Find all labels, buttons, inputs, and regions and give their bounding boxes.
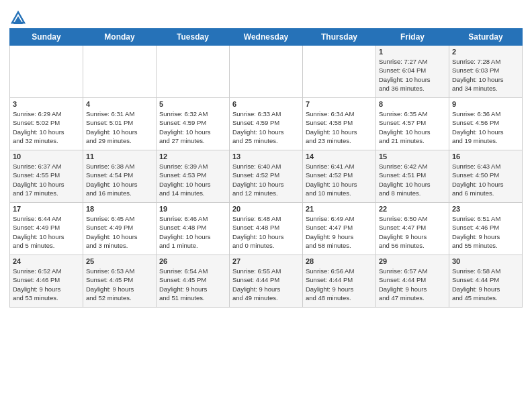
- day-info: Sunrise: 6:56 AM Sunset: 4:44 PM Dayligh…: [306, 267, 373, 302]
- calendar-cell: 19Sunrise: 6:46 AM Sunset: 4:48 PM Dayli…: [157, 203, 230, 255]
- day-info: Sunrise: 6:50 AM Sunset: 4:47 PM Dayligh…: [379, 214, 446, 250]
- day-number: 25: [86, 257, 153, 265]
- day-info: Sunrise: 6:37 AM Sunset: 4:55 PM Dayligh…: [13, 162, 80, 197]
- day-info: Sunrise: 6:51 AM Sunset: 4:46 PM Dayligh…: [452, 214, 519, 250]
- calendar-cell: 5Sunrise: 6:32 AM Sunset: 4:59 PM Daylig…: [157, 98, 230, 150]
- calendar-cell: 26Sunrise: 6:54 AM Sunset: 4:45 PM Dayli…: [157, 255, 230, 308]
- day-number: 9: [452, 100, 519, 108]
- day-info: Sunrise: 6:36 AM Sunset: 4:56 PM Dayligh…: [452, 109, 519, 145]
- calendar-cell: 15Sunrise: 6:42 AM Sunset: 4:51 PM Dayli…: [376, 150, 449, 203]
- day-info: Sunrise: 6:42 AM Sunset: 4:51 PM Dayligh…: [379, 162, 446, 197]
- day-info: Sunrise: 7:28 AM Sunset: 6:03 PM Dayligh…: [452, 57, 519, 93]
- calendar-cell: 24Sunrise: 6:52 AM Sunset: 4:46 PM Dayli…: [10, 255, 83, 308]
- calendar-table: SundayMondayTuesdayWednesdayThursdayFrid…: [9, 28, 523, 308]
- day-info: Sunrise: 6:31 AM Sunset: 5:01 PM Dayligh…: [86, 109, 153, 145]
- page: SundayMondayTuesdayWednesdayThursdayFrid…: [0, 0, 532, 314]
- calendar-cell: 17Sunrise: 6:44 AM Sunset: 4:49 PM Dayli…: [10, 203, 83, 255]
- day-info: Sunrise: 6:39 AM Sunset: 4:53 PM Dayligh…: [159, 162, 226, 197]
- day-number: 28: [306, 257, 373, 265]
- day-info: Sunrise: 6:34 AM Sunset: 4:58 PM Dayligh…: [306, 109, 373, 145]
- day-number: 4: [86, 100, 153, 108]
- day-number: 13: [232, 152, 300, 161]
- calendar-cell: 29Sunrise: 6:57 AM Sunset: 4:44 PM Dayli…: [376, 255, 449, 308]
- day-number: 16: [452, 152, 519, 161]
- weekday-header-sunday: Sunday: [10, 29, 83, 46]
- calendar-cell: 18Sunrise: 6:45 AM Sunset: 4:49 PM Dayli…: [83, 203, 157, 255]
- logo-icon: [11, 9, 26, 24]
- calendar-week-1: 1Sunrise: 7:27 AM Sunset: 6:04 PM Daylig…: [10, 46, 523, 98]
- day-info: Sunrise: 6:53 AM Sunset: 4:45 PM Dayligh…: [86, 267, 153, 302]
- calendar-cell: 30Sunrise: 6:58 AM Sunset: 4:44 PM Dayli…: [449, 255, 523, 308]
- day-number: 18: [86, 205, 153, 213]
- day-number: 14: [306, 152, 373, 161]
- day-number: 7: [306, 100, 373, 108]
- day-number: 2: [452, 48, 519, 56]
- weekday-header-tuesday: Tuesday: [157, 29, 230, 46]
- calendar-cell: 10Sunrise: 6:37 AM Sunset: 4:55 PM Dayli…: [10, 150, 83, 203]
- weekday-header-friday: Friday: [376, 29, 449, 46]
- day-number: 24: [13, 257, 80, 265]
- day-number: 29: [379, 257, 446, 265]
- calendar-cell: 27Sunrise: 6:55 AM Sunset: 4:44 PM Dayli…: [230, 255, 303, 308]
- day-info: Sunrise: 6:38 AM Sunset: 4:54 PM Dayligh…: [86, 162, 153, 197]
- weekday-header-wednesday: Wednesday: [230, 29, 303, 46]
- day-info: Sunrise: 6:45 AM Sunset: 4:49 PM Dayligh…: [86, 214, 153, 250]
- logo-text: [9, 9, 26, 24]
- day-info: Sunrise: 6:49 AM Sunset: 4:47 PM Dayligh…: [306, 214, 373, 250]
- day-info: Sunrise: 6:29 AM Sunset: 5:02 PM Dayligh…: [13, 109, 80, 145]
- logo: [9, 9, 26, 24]
- day-number: 21: [306, 205, 373, 213]
- calendar-cell: [157, 46, 230, 98]
- calendar-cell: 12Sunrise: 6:39 AM Sunset: 4:53 PM Dayli…: [157, 150, 230, 203]
- day-info: Sunrise: 6:40 AM Sunset: 4:52 PM Dayligh…: [232, 162, 300, 197]
- calendar-week-5: 24Sunrise: 6:52 AM Sunset: 4:46 PM Dayli…: [10, 255, 523, 308]
- day-number: 3: [13, 100, 80, 108]
- day-number: 26: [159, 257, 226, 265]
- calendar-cell: 1Sunrise: 7:27 AM Sunset: 6:04 PM Daylig…: [376, 46, 449, 98]
- day-info: Sunrise: 6:32 AM Sunset: 4:59 PM Dayligh…: [159, 109, 226, 145]
- calendar-cell: 9Sunrise: 6:36 AM Sunset: 4:56 PM Daylig…: [449, 98, 523, 150]
- calendar-body: 1Sunrise: 7:27 AM Sunset: 6:04 PM Daylig…: [10, 46, 523, 308]
- calendar-cell: 25Sunrise: 6:53 AM Sunset: 4:45 PM Dayli…: [83, 255, 157, 308]
- calendar-cell: [303, 46, 376, 98]
- calendar-cell: [83, 46, 157, 98]
- day-number: 10: [13, 152, 80, 161]
- day-info: Sunrise: 6:48 AM Sunset: 4:48 PM Dayligh…: [232, 214, 300, 250]
- calendar-cell: 21Sunrise: 6:49 AM Sunset: 4:47 PM Dayli…: [303, 203, 376, 255]
- day-number: 23: [452, 205, 519, 213]
- weekday-row: SundayMondayTuesdayWednesdayThursdayFrid…: [10, 29, 523, 46]
- calendar-cell: 23Sunrise: 6:51 AM Sunset: 4:46 PM Dayli…: [449, 203, 523, 255]
- calendar-cell: [10, 46, 83, 98]
- day-info: Sunrise: 6:55 AM Sunset: 4:44 PM Dayligh…: [232, 267, 300, 302]
- day-number: 27: [232, 257, 300, 265]
- day-info: Sunrise: 6:46 AM Sunset: 4:48 PM Dayligh…: [159, 214, 226, 250]
- calendar-header: SundayMondayTuesdayWednesdayThursdayFrid…: [10, 29, 523, 46]
- day-info: Sunrise: 6:52 AM Sunset: 4:46 PM Dayligh…: [13, 267, 80, 302]
- day-number: 20: [232, 205, 300, 213]
- calendar-cell: 14Sunrise: 6:41 AM Sunset: 4:52 PM Dayli…: [303, 150, 376, 203]
- day-number: 5: [159, 100, 226, 108]
- day-number: 30: [452, 257, 519, 265]
- day-number: 22: [379, 205, 446, 213]
- day-number: 12: [159, 152, 226, 161]
- day-info: Sunrise: 6:57 AM Sunset: 4:44 PM Dayligh…: [379, 267, 446, 302]
- calendar-week-3: 10Sunrise: 6:37 AM Sunset: 4:55 PM Dayli…: [10, 150, 523, 203]
- day-number: 8: [379, 100, 446, 108]
- day-number: 17: [13, 205, 80, 213]
- calendar-cell: 7Sunrise: 6:34 AM Sunset: 4:58 PM Daylig…: [303, 98, 376, 150]
- calendar-cell: 2Sunrise: 7:28 AM Sunset: 6:03 PM Daylig…: [449, 46, 523, 98]
- day-number: 15: [379, 152, 446, 161]
- calendar-cell: 28Sunrise: 6:56 AM Sunset: 4:44 PM Dayli…: [303, 255, 376, 308]
- day-info: Sunrise: 6:33 AM Sunset: 4:59 PM Dayligh…: [232, 109, 300, 145]
- calendar-week-2: 3Sunrise: 6:29 AM Sunset: 5:02 PM Daylig…: [10, 98, 523, 150]
- weekday-header-saturday: Saturday: [449, 29, 523, 46]
- weekday-header-thursday: Thursday: [303, 29, 376, 46]
- calendar-cell: 4Sunrise: 6:31 AM Sunset: 5:01 PM Daylig…: [83, 98, 157, 150]
- day-info: Sunrise: 6:58 AM Sunset: 4:44 PM Dayligh…: [452, 267, 519, 302]
- day-number: 6: [232, 100, 300, 108]
- calendar-cell: 6Sunrise: 6:33 AM Sunset: 4:59 PM Daylig…: [230, 98, 303, 150]
- header: [9, 7, 523, 24]
- calendar-week-4: 17Sunrise: 6:44 AM Sunset: 4:49 PM Dayli…: [10, 203, 523, 255]
- day-number: 11: [86, 152, 153, 161]
- weekday-header-monday: Monday: [83, 29, 157, 46]
